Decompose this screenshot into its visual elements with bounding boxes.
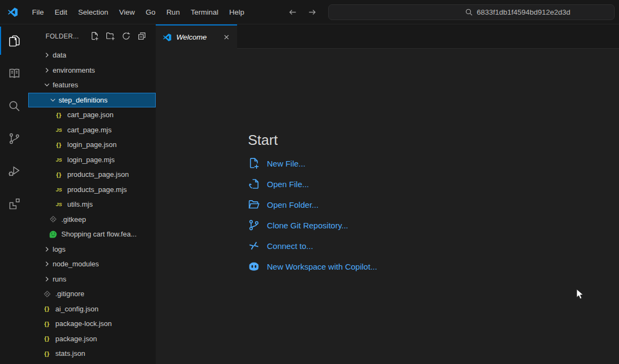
tree-item-label: package-lock.json xyxy=(55,320,112,328)
tree-item-utils-mjs[interactable]: JSutils.mjs xyxy=(28,197,156,212)
start-heading: Start xyxy=(248,131,619,149)
menu-bar: FileEditSelectionViewGoRunTerminalHelp xyxy=(27,6,250,18)
start-link-clone-git-repository[interactable]: Clone Git Repository... xyxy=(248,215,348,235)
tree-item-gitkeep[interactable]: .gitkeep xyxy=(28,212,156,227)
tree-item-step-definitions[interactable]: step_definitions xyxy=(28,93,156,108)
tree-item-login-page-mjs[interactable]: JSlogin_page.mjs xyxy=(28,152,156,168)
menu-terminal[interactable]: Terminal xyxy=(185,6,224,18)
tree-item-label: logs xyxy=(53,245,66,253)
git-file-icon xyxy=(48,215,58,223)
tree-item-cart-page-mjs[interactable]: JScart_page.mjs xyxy=(28,123,156,138)
menu-go[interactable]: Go xyxy=(141,6,161,18)
remote-icon xyxy=(248,240,260,252)
tree-item-node-modules[interactable]: node_modules xyxy=(28,257,156,272)
book-icon xyxy=(8,67,21,80)
menu-selection[interactable]: Selection xyxy=(73,6,114,18)
new-file-icon[interactable] xyxy=(90,31,99,41)
explorer-sidebar: FOLDER... dataenvironmentsfeaturesstep_d… xyxy=(28,24,156,364)
tree-item-label: .gitignore xyxy=(55,290,84,298)
git-file-icon xyxy=(42,290,52,298)
activity-item-source-control[interactable] xyxy=(0,122,28,155)
tree-item-label: node_modules xyxy=(53,260,99,268)
start-link-label: New File... xyxy=(267,159,305,168)
tree-item-label: login_page.json xyxy=(67,141,117,149)
start-links: New File...Open File...Open Folder...Clo… xyxy=(248,153,619,277)
chevron-right-icon xyxy=(42,51,52,60)
cucumber-file-icon xyxy=(48,230,58,239)
tree-item-cart-page-json[interactable]: {}cart_page.json xyxy=(28,107,156,123)
tree-item-label: utils.mjs xyxy=(67,200,93,208)
tree-item-environments[interactable]: environments xyxy=(28,63,156,78)
copilot-icon xyxy=(248,260,260,272)
start-link-connect-to[interactable]: Connect to... xyxy=(248,235,313,256)
new-folder-icon[interactable] xyxy=(106,31,115,41)
tree-item-package-json[interactable]: {}package.json xyxy=(28,331,156,347)
activity-item-explorer[interactable] xyxy=(0,24,28,57)
start-link-label: Connect to... xyxy=(267,241,313,251)
tree-item-products-page-json[interactable]: {}products_page.json xyxy=(28,167,156,182)
tree-item-label: cart_page.mjs xyxy=(67,126,112,134)
menu-edit[interactable]: Edit xyxy=(49,6,73,18)
activity-bar xyxy=(0,24,28,364)
activity-item-run-and-debug[interactable] xyxy=(0,155,28,187)
json-file-icon: {} xyxy=(42,349,52,358)
tree-item-shopping-cart-flow-fea[interactable]: Shopping cart flow.fea... xyxy=(28,227,156,242)
tree-item-data[interactable]: data xyxy=(28,48,156,63)
activity-item-extensions[interactable] xyxy=(0,187,28,220)
back-arrow-button[interactable] xyxy=(286,6,298,18)
open-file-icon xyxy=(248,178,260,190)
tree-item-label: runs xyxy=(53,275,66,283)
search-icon xyxy=(465,8,473,16)
start-link-open-folder[interactable]: Open Folder... xyxy=(248,194,318,215)
javascript-file-icon: JS xyxy=(54,155,63,164)
command-center-query: 6833f1db1f4594bd912e2d3d xyxy=(477,8,571,16)
refresh-icon[interactable] xyxy=(122,31,131,41)
tab-welcome[interactable]: Welcome xyxy=(156,24,237,49)
tree-item-label: ai_config.json xyxy=(55,305,99,313)
tree-item-stats-json[interactable]: {}stats.json xyxy=(28,346,156,361)
tree-item-label: features xyxy=(53,81,78,89)
command-center-search[interactable]: 6833f1db1f4594bd912e2d3d xyxy=(328,4,615,20)
start-link-new-file[interactable]: New File... xyxy=(248,153,305,174)
git-branch-icon xyxy=(248,219,260,231)
javascript-file-icon: JS xyxy=(54,200,63,209)
activity-item-search[interactable] xyxy=(0,90,28,122)
tree-item-logs[interactable]: logs xyxy=(28,242,156,257)
sidebar-header-actions xyxy=(90,31,146,41)
json-file-icon: {} xyxy=(54,111,63,119)
tree-item-package-lock-json[interactable]: {}package-lock.json xyxy=(28,316,156,331)
start-link-new-workspace-with-copilot[interactable]: New Workspace with Copilot... xyxy=(248,256,377,277)
chevron-down-icon xyxy=(42,81,52,90)
start-link-open-file[interactable]: Open File... xyxy=(248,174,309,194)
menu-view[interactable]: View xyxy=(114,6,141,18)
start-link-label: Open File... xyxy=(267,180,309,189)
tree-item-label: environments xyxy=(53,66,95,74)
menu-file[interactable]: File xyxy=(27,6,49,18)
extensions-icon xyxy=(8,197,21,210)
tab-label: Welcome xyxy=(176,33,221,41)
files-icon xyxy=(8,34,21,48)
debug-icon xyxy=(8,164,21,178)
tree-item-login-page-json[interactable]: {}login_page.json xyxy=(28,137,156,152)
tree-item-label: products_page.mjs xyxy=(67,186,127,194)
tree-item-features[interactable]: features xyxy=(28,78,156,93)
tree-item-products-page-mjs[interactable]: JSproducts_page.mjs xyxy=(28,182,156,197)
tree-item-ai-config-json[interactable]: {}ai_config.json xyxy=(28,302,156,317)
start-link-label: Clone Git Repository... xyxy=(267,221,348,230)
sidebar-header: FOLDER... xyxy=(28,24,156,48)
tree-item-label: Shopping cart flow.fea... xyxy=(61,230,137,238)
javascript-file-icon: JS xyxy=(54,185,63,194)
tree-item-gitignore[interactable]: .gitignore xyxy=(28,286,156,302)
collapse-all-icon[interactable] xyxy=(137,31,146,41)
chevron-right-icon xyxy=(42,260,52,269)
json-file-icon: {} xyxy=(42,334,52,343)
tree-item-runs[interactable]: runs xyxy=(28,272,156,287)
forward-arrow-button[interactable] xyxy=(306,6,318,18)
chevron-right-icon xyxy=(42,245,52,253)
activity-item-book[interactable] xyxy=(0,57,28,90)
close-icon[interactable] xyxy=(221,32,232,43)
menu-help[interactable]: Help xyxy=(224,6,250,18)
title-bar: FileEditSelectionViewGoRunTerminalHelp 6… xyxy=(0,0,619,24)
folder-section-title[interactable]: FOLDER... xyxy=(46,33,90,40)
menu-run[interactable]: Run xyxy=(161,6,186,18)
